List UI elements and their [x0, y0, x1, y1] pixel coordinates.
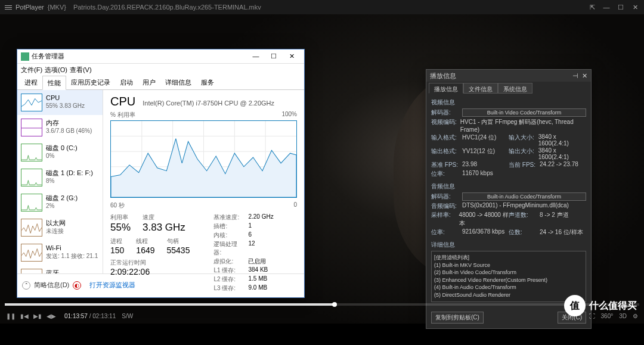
spark-graph — [21, 244, 42, 262]
item-value: 3.6/7.8 GB (46%) — [46, 127, 92, 135]
util-max: 100% — [281, 111, 297, 119]
spark-graph — [21, 269, 42, 273]
hamburger-icon[interactable] — [5, 5, 12, 10]
tab-file-info[interactable]: 文件信息 — [463, 83, 498, 94]
filter-list: [使用滤镜列表](1) Built-in MKV Source(2) Built… — [431, 251, 586, 302]
tm-maximize-icon[interactable]: ☐ — [265, 52, 283, 60]
task-manager-window: 任务管理器 — ☐ ✕ 文件(F) 选项(O) 查看(V) 进程 性能 应用历史… — [17, 49, 305, 298]
playinfo-title: 播放信息 — [430, 72, 456, 80]
pi-close-icon[interactable]: ✕ — [582, 72, 587, 80]
stop-button[interactable]: ◀▶ — [47, 313, 56, 319]
sidebar-item-disk-2[interactable]: 磁盘 0 (C:) 0% — [17, 140, 103, 165]
spark-graph — [21, 194, 42, 212]
maximize-icon[interactable]: ☐ — [617, 4, 625, 11]
playinfo-titlebar[interactable]: 播放信息 ⊣ ✕ — [426, 70, 591, 82]
player-controls: ❚❚ ▮◀ ▶▮ ◀▶ 01:13:57 / 02:13:11 S/W ⛶ 36… — [0, 308, 644, 324]
decoder-button[interactable]: Built-in Video Codec/Transform — [462, 108, 586, 117]
item-value: 发送: 1.1 接收: 21.1 — [46, 252, 98, 260]
app-name: PotPlayer — [16, 4, 44, 11]
section-title: 视频信息 — [431, 98, 586, 107]
close-icon[interactable]: ✕ — [631, 4, 639, 11]
menu-options[interactable]: 选项(O) — [45, 66, 67, 74]
taskmgr-titlebar[interactable]: 任务管理器 — ☐ ✕ — [17, 49, 304, 64]
taskmgr-sidebar: CPU 55% 3.83 GHz 内存 3.6/7.8 GB (46%) 磁盘 … — [17, 90, 103, 273]
watermark: 值 什么值得买 — [564, 295, 637, 316]
pin-icon[interactable]: ⇱ — [588, 4, 596, 11]
item-name: 磁盘 0 (C:) — [46, 144, 78, 152]
tab-services[interactable]: 服务 — [196, 76, 219, 89]
sidebar-item-mem-1[interactable]: 内存 3.6/7.8 GB (46%) — [17, 115, 103, 140]
cpu-model: Intel(R) Core(TM) i7-8750H CPU @ 2.20GHz — [143, 100, 274, 107]
spark-graph — [21, 219, 42, 237]
resmon-icon: ◐ — [73, 281, 81, 290]
item-name: Wi-Fi — [46, 244, 98, 252]
spark-graph — [21, 119, 42, 136]
section-title: 音频信息 — [431, 182, 586, 191]
taskmgr-tabs: 进程 性能 应用历史记录 启动 用户 详细信息 服务 — [17, 76, 304, 90]
tm-close-icon[interactable]: ✕ — [283, 52, 301, 60]
decoder-button[interactable]: Built-in Audio Codec/Transform — [462, 192, 586, 201]
sidebar-item-eth-6[interactable]: Wi-Fi 发送: 1.1 接收: 21.1 — [17, 240, 103, 265]
sidebar-item-eth-7[interactable]: 蓝牙 — [17, 265, 103, 273]
tab-apphistory[interactable]: 应用历史记录 — [66, 76, 115, 89]
potplayer-titlebar: PotPlayer {MKV} Patriots.Day.2016.REPACK… — [0, 0, 644, 14]
time-display: 01:13:57 / 02:13:11 — [64, 313, 116, 319]
sidebar-item-eth-5[interactable]: 以太网 未连接 — [17, 215, 103, 240]
pause-button[interactable]: ❚❚ — [6, 313, 16, 319]
tab-details[interactable]: 详细信息 — [160, 76, 196, 89]
spark-graph — [21, 169, 42, 187]
progress-knob[interactable] — [332, 302, 337, 307]
item-value: 未连接 — [46, 227, 66, 235]
collapse-icon[interactable]: ˄ — [22, 281, 30, 290]
sidebar-item-cpu-0[interactable]: CPU 55% 3.83 GHz — [17, 90, 103, 115]
tab-users[interactable]: 用户 — [138, 76, 160, 89]
item-name: 磁盘 1 (D: E: F:) — [46, 169, 93, 177]
tm-minimize-icon[interactable]: — — [247, 52, 265, 60]
watermark-text: 什么值得买 — [589, 300, 637, 312]
pi-pin-icon[interactable]: ⊣ — [572, 72, 578, 80]
taskmgr-menu: 文件(F) 选项(O) 查看(V) — [17, 64, 304, 76]
item-name: 以太网 — [46, 219, 66, 227]
util-label: % 利用率 — [110, 111, 135, 119]
item-name: 内存 — [46, 119, 92, 127]
sidebar-item-disk-3[interactable]: 磁盘 1 (D: E: F:) 8% — [17, 165, 103, 190]
sidebar-item-disk-4[interactable]: 磁盘 2 (G:) 2% — [17, 190, 103, 215]
cpu-heading: CPU — [110, 95, 135, 108]
tab-startup[interactable]: 启动 — [115, 76, 138, 89]
spark-graph — [21, 94, 42, 111]
item-value: 0% — [46, 152, 78, 160]
item-name: 蓝牙 — [46, 269, 59, 273]
menu-file[interactable]: 文件(F) — [21, 66, 42, 74]
item-value: 8% — [46, 177, 93, 185]
less-details[interactable]: 简略信息(D) — [34, 281, 69, 290]
graph-x-right: 0 — [293, 201, 297, 210]
playback-info-window: 播放信息 ⊣ ✕ 播放信息 文件信息 系统信息 视频信息解码器:Built-in… — [426, 69, 592, 329]
filename: Patriots.Day.2016.REPACK.2160p.BluRay.x2… — [73, 4, 261, 11]
watermark-icon: 值 — [564, 295, 586, 316]
tab-play-info[interactable]: 播放信息 — [429, 83, 463, 94]
next-button[interactable]: ▶▮ — [33, 313, 42, 319]
taskmgr-icon — [21, 52, 29, 61]
item-name: CPU — [46, 94, 85, 102]
tab-performance[interactable]: 性能 — [42, 76, 66, 90]
graph-x-left: 60 秒 — [110, 201, 125, 210]
spark-graph — [21, 144, 42, 161]
open-resmon-link[interactable]: 打开资源监视器 — [89, 281, 135, 290]
progress-bar[interactable] — [5, 303, 639, 306]
minimize-icon[interactable]: — — [602, 4, 611, 11]
sw-indicator: S/W — [122, 313, 133, 319]
cpu-graph[interactable] — [110, 120, 297, 198]
progress-played — [5, 303, 335, 306]
taskmgr-title: 任务管理器 — [32, 52, 64, 61]
video-area[interactable]: 任务管理器 — ☐ ✕ 文件(F) 选项(O) 查看(V) 进程 性能 应用历史… — [0, 14, 644, 324]
prev-button[interactable]: ▮◀ — [20, 313, 29, 319]
playinfo-tabs: 播放信息 文件信息 系统信息 — [426, 82, 591, 95]
format-tag: {MKV} — [48, 4, 66, 11]
taskmgr-main: CPU Intel(R) Core(TM) i7-8750H CPU @ 2.2… — [103, 90, 304, 273]
tab-system-info[interactable]: 系统信息 — [498, 83, 532, 94]
item-name: 磁盘 2 (G:) — [46, 194, 78, 202]
item-value: 2% — [46, 202, 78, 210]
menu-view[interactable]: 查看(V) — [70, 66, 92, 74]
item-value: 55% 3.83 GHz — [46, 102, 85, 110]
tab-processes[interactable]: 进程 — [20, 76, 42, 89]
